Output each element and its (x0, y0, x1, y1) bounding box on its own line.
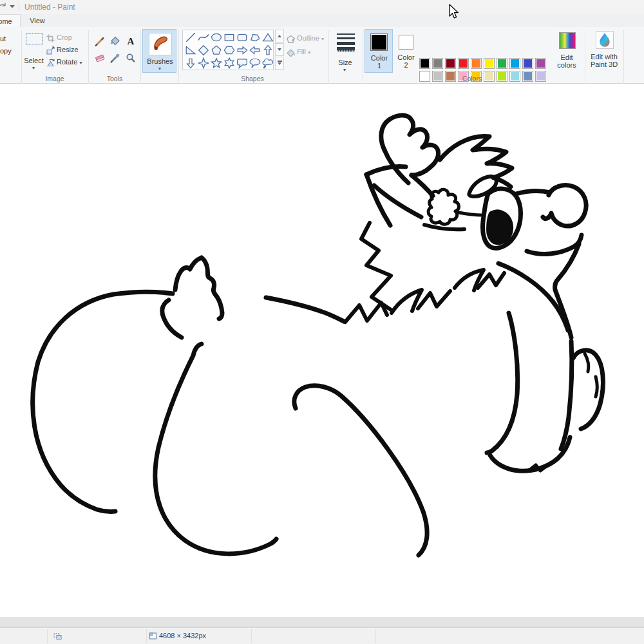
tab-view[interactable]: View (22, 14, 53, 27)
group-label-tools: Tools (90, 75, 139, 82)
shape-star-5[interactable] (211, 57, 222, 69)
mouse-cursor (449, 4, 460, 21)
shape-curve[interactable] (198, 32, 209, 43)
shape-callout-cloud[interactable] (262, 57, 274, 69)
shapes-gallery (182, 30, 274, 70)
stroke-cheek-fluff (361, 223, 393, 311)
color2-button[interactable]: Color 2 (394, 29, 418, 73)
window-title: Untitled - Paint (24, 3, 75, 12)
palette-swatch-orange[interactable] (471, 58, 482, 69)
stroke-tail-curl (162, 300, 182, 337)
size-button[interactable]: Size ▾ (330, 29, 361, 71)
palette-swatch-gray-50[interactable] (432, 58, 443, 69)
rotate-button[interactable]: Rotate ▾ (46, 57, 82, 68)
brush-icon (149, 33, 172, 55)
rotate-icon (46, 59, 55, 67)
shape-pentagon[interactable] (211, 44, 222, 56)
shape-star-4[interactable] (198, 57, 209, 69)
fill-icon (287, 48, 295, 57)
shape-diamond[interactable] (198, 44, 209, 56)
text-tool-button[interactable]: A (125, 35, 137, 47)
shapes-expand-button[interactable] (275, 57, 284, 70)
palette-swatch-red[interactable] (458, 58, 469, 69)
shape-arrow-down[interactable] (185, 57, 196, 69)
shapes-scroll-up-button[interactable] (275, 30, 284, 43)
stroke-hair-stalk-right (412, 175, 433, 196)
stroke-tail-left-edge (175, 258, 200, 290)
stroke-nose-bridge (516, 191, 550, 194)
stroke-face-knot (428, 189, 459, 224)
palette-swatch-turquoise[interactable] (509, 58, 520, 69)
select-icon (26, 33, 43, 44)
shape-line[interactable] (185, 32, 196, 43)
palette-swatch-green[interactable] (497, 58, 507, 69)
shape-outline-button[interactable]: Outline ▾ (287, 33, 324, 44)
brushes-button[interactable]: Brushes ▾ (142, 29, 176, 73)
pencil-tool-button[interactable] (94, 35, 106, 47)
palette-swatch-yellow[interactable] (484, 58, 495, 69)
eraser-tool-button[interactable] (94, 52, 106, 64)
color1-button[interactable]: Color 1 (365, 29, 393, 73)
palette-swatch-dark-red[interactable] (445, 58, 456, 69)
shape-fill-button[interactable]: Fill ▾ (287, 47, 310, 57)
clipboard-copy-partial[interactable]: opy (0, 47, 12, 55)
canvas-drawing (0, 84, 644, 617)
stroke-chest-fluff-3 (418, 291, 450, 308)
stroke-nose (543, 185, 586, 226)
palette-swatch-purple[interactable] (535, 58, 546, 69)
shape-rounded-rectangle[interactable] (236, 32, 248, 43)
shape-arrow-up[interactable] (262, 44, 274, 56)
select-button[interactable]: Select ▾ (23, 30, 44, 72)
selection-size-icon (53, 632, 62, 640)
qat-separator (19, 3, 19, 11)
stroke-arm-outer (561, 341, 572, 449)
crop-icon (46, 34, 55, 43)
shape-arrow-left[interactable] (249, 44, 261, 56)
stroke-paw-toes (529, 465, 548, 471)
magnifier-tool-button[interactable] (125, 52, 137, 64)
shape-polygon[interactable] (249, 32, 261, 43)
resize-icon (46, 46, 55, 55)
stroke-knot-eye-line (459, 213, 481, 215)
tab-home[interactable]: ome (0, 14, 21, 28)
resize-button[interactable]: Resize (46, 45, 79, 55)
ribbon-tab-strip: ome View (0, 14, 644, 27)
stroke-ear-cheek (366, 175, 390, 225)
stroke-back-line (266, 298, 344, 321)
palette-swatch-indigo[interactable] (522, 58, 533, 69)
stroke-belly-right-curve (294, 386, 427, 555)
edit-colors-icon (559, 32, 576, 49)
chevron-down-icon: ▾ (343, 68, 346, 73)
chevron-down-icon: ▾ (158, 66, 161, 71)
edit-with-paint3d-button[interactable]: Edit with Paint 3D (586, 28, 622, 73)
stroke-belly-inner-curve (155, 344, 276, 554)
shape-arrow-right[interactable] (236, 44, 248, 56)
customize-toolbar-chevron-icon[interactable] (10, 5, 15, 8)
shape-oval[interactable] (211, 32, 222, 43)
shape-star-6[interactable] (223, 57, 235, 69)
shape-callout-oval[interactable] (249, 57, 261, 69)
chevron-down-icon: ▾ (32, 66, 35, 71)
image-size-icon (149, 632, 157, 640)
shapes-scroll-down-button[interactable] (275, 43, 284, 56)
color-picker-tool-button[interactable] (109, 52, 121, 64)
outline-icon (287, 35, 295, 43)
drawing-canvas[interactable] (0, 84, 644, 617)
shape-callout-rounded[interactable] (236, 57, 248, 69)
clipboard-cut-partial[interactable]: ut (0, 35, 6, 43)
chevron-down-icon: ▾ (321, 37, 324, 42)
palette-swatch-lavender[interactable] (535, 71, 546, 82)
shape-triangle[interactable] (262, 32, 274, 43)
shape-hexagon[interactable] (223, 44, 235, 56)
redo-icon[interactable] (0, 3, 8, 12)
edit-colors-button[interactable]: Edit colors (551, 29, 582, 73)
shape-right-triangle[interactable] (185, 44, 196, 56)
canvas-scroll-strip[interactable] (0, 617, 644, 627)
stroke-haunch-outline (33, 292, 173, 511)
group-label-shapes: Shapes (213, 75, 292, 82)
crop-button[interactable]: Crop (46, 33, 72, 43)
fill-bucket-tool-button[interactable] (109, 35, 121, 47)
shape-rectangle[interactable] (223, 32, 235, 43)
chevron-down-icon: ▾ (79, 61, 82, 66)
palette-swatch-black[interactable] (419, 58, 430, 69)
